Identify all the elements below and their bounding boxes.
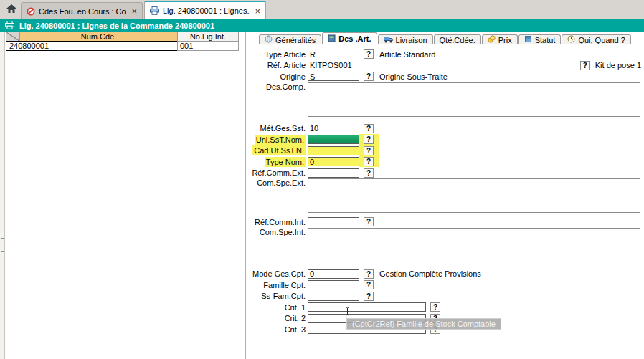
mode-ges-cpt-input[interactable]: [308, 269, 359, 279]
tab-label: Prix: [498, 36, 512, 44]
tab-label: Livraison: [396, 36, 427, 44]
ref-article-desc: Kit de pose 1: [595, 61, 641, 70]
uni-sst-nom-input[interactable]: [308, 135, 359, 144]
field-label: Mode Ges.Cpt.: [252, 269, 306, 278]
row-ref-comm-int: Réf.Comm.Int. ?: [250, 216, 644, 228]
close-icon[interactable]: ×: [255, 6, 260, 16]
window-tab-lig[interactable]: Lig. 240800001 : Lignes... ×: [144, 1, 266, 19]
status-book-icon: [524, 35, 532, 44]
field-label: Des.Comp.: [266, 82, 306, 91]
coins-icon: [488, 35, 496, 44]
ss-fam-cpt-input[interactable]: [308, 292, 359, 301]
row-ref-comm-ext: Réf.Comm.Ext. ?: [250, 168, 644, 179]
tab-prix[interactable]: Prix: [482, 34, 518, 44]
document-title-bar: Lig. 240800001 : Lignes de la Commande 2…: [0, 19, 644, 32]
help-button[interactable]: ?: [364, 217, 374, 226]
home-button[interactable]: [2, 1, 21, 19]
help-button[interactable]: ?: [364, 168, 374, 178]
ref-comm-int-input[interactable]: [308, 217, 359, 226]
ref-article-value: KITPOS001: [308, 61, 359, 70]
row-origine: Origine ? Origine Sous-Traite: [250, 71, 644, 82]
met-ges-sst-value: 10: [308, 124, 359, 133]
window-tab-bar: Cdes Fou. en Cours : Co... × Lig. 240800…: [0, 0, 644, 19]
column-header-num-cde[interactable]: Num.Cde.: [19, 32, 178, 42]
highlight-wrap: ?: [359, 134, 379, 145]
order-lines-grid: Num.Cde. No.Lig.Int. 240800001 001: [6, 32, 238, 50]
tab-statut[interactable]: Statut: [518, 34, 562, 44]
cad-ut-sst-n-input[interactable]: [308, 146, 359, 155]
cell-no-lig-int[interactable]: 001: [177, 41, 239, 51]
field-label: Type Article: [265, 50, 306, 59]
row-des-comp: Des.Comp.: [250, 82, 644, 117]
row-cad-ut-sst-n: Cad.Ut.SsT.N. ?: [250, 145, 644, 157]
tab-label: Qui, Quand ?: [578, 36, 625, 44]
row-mode-ges-cpt: Mode Ges.Cpt. ? Gestion Complète Provisi…: [250, 269, 644, 280]
field-label: Cad.Ut.SsT.N.: [252, 145, 306, 155]
help-button[interactable]: ?: [364, 72, 374, 81]
field-label: Crit. 3: [285, 325, 306, 334]
grid-corner-cell[interactable]: [6, 32, 20, 42]
field-label: Réf.Comm.Int.: [255, 218, 306, 226]
help-button[interactable]: ?: [364, 269, 374, 279]
crit-1-input[interactable]: [308, 302, 426, 312]
tab-label: Qté.Cdée.: [440, 36, 475, 44]
column-header-no-lig-int[interactable]: No.Lig.Int.: [177, 32, 239, 42]
window-tab-label: Lig. 240800001 : Lignes...: [163, 6, 250, 15]
tab-des-art[interactable]: Des .Art.: [322, 32, 377, 44]
ref-article-designation: ? Kit de pose 1: [580, 61, 641, 70]
tab-qte-cdee[interactable]: Qté.Cdée.: [434, 34, 481, 44]
help-button[interactable]: ?: [364, 49, 374, 59]
des-comp-textarea[interactable]: [308, 82, 640, 117]
line-detail-panel: Généralités Des .Art. Livraison Qté.Cdée…: [250, 32, 644, 359]
row-com-spe-int: Com.Spe.Int.: [250, 228, 644, 262]
tab-label: Des .Art.: [338, 34, 371, 43]
truck-icon: [384, 36, 393, 44]
tab-livraison[interactable]: Livraison: [378, 34, 433, 44]
mode-ges-cpt-desc: Gestion Complète Provisions: [379, 269, 481, 278]
field-label: Origine: [280, 72, 306, 81]
row-ref-article: Réf. Article KITPOS001 ? Kit de pose 1: [250, 60, 644, 72]
grid-header-row: Num.Cde. No.Lig.Int.: [6, 32, 238, 41]
tab-label: Généralités: [275, 36, 316, 44]
type-article-desc: Article Standard: [379, 50, 435, 59]
type-article-value: R: [308, 50, 359, 59]
field-label: Com.Spe.Int.: [260, 228, 306, 236]
help-button[interactable]: ?: [430, 302, 440, 312]
com-spe-int-textarea[interactable]: [308, 228, 640, 262]
help-button[interactable]: ?: [364, 157, 374, 166]
window-tab-label: Cdes Fou. en Cours : Co...: [39, 7, 127, 16]
left-splitter[interactable]: [0, 32, 5, 359]
help-button[interactable]: ?: [364, 135, 374, 144]
row-famille-cpt: Famille Cpt. ?: [250, 279, 644, 291]
field-label: Famille Cpt.: [263, 281, 306, 289]
article-icon: [328, 34, 336, 44]
origine-input[interactable]: [308, 72, 359, 81]
row-met-ges-sst: Mét.Ges.Sst. 10 ?: [250, 123, 644, 135]
blocked-icon: [27, 7, 35, 16]
tab-generalites[interactable]: Généralités: [259, 34, 321, 44]
com-spe-ext-textarea[interactable]: [308, 178, 640, 213]
help-button[interactable]: ?: [364, 146, 374, 155]
tab-label: Statut: [535, 36, 556, 44]
close-icon[interactable]: ×: [131, 6, 137, 16]
form-tab-strip: Généralités Des .Art. Livraison Qté.Cdée…: [259, 32, 644, 44]
cell-num-cde[interactable]: 240800001: [6, 41, 178, 51]
ref-comm-ext-input[interactable]: [308, 168, 359, 178]
help-button[interactable]: ?: [364, 292, 374, 301]
famille-cpt-input[interactable]: [308, 280, 359, 289]
help-button[interactable]: ?: [580, 61, 590, 70]
field-label: Crit. 1: [285, 303, 306, 312]
window-tab-cdes-fou[interactable]: Cdes Fou. en Cours : Co... ×: [21, 2, 143, 19]
row-type-nom: Type Nom. ?: [250, 156, 644, 168]
tab-qui-quand[interactable]: Qui, Quand ?: [562, 34, 630, 44]
field-label: Crit. 2: [285, 314, 306, 322]
printer-icon: [150, 6, 159, 15]
row-type-article: Type Article R ? Article Standard: [250, 49, 644, 60]
help-button[interactable]: ?: [364, 280, 374, 289]
highlight-wrap: ?: [359, 156, 379, 167]
origine-desc: Origine Sous-Traite: [379, 72, 448, 81]
clock-icon: [567, 35, 575, 44]
type-nom-input[interactable]: [308, 157, 359, 166]
order-lines-panel: Num.Cde. No.Lig.Int. 240800001 001: [5, 32, 246, 359]
help-button[interactable]: ?: [364, 124, 374, 133]
